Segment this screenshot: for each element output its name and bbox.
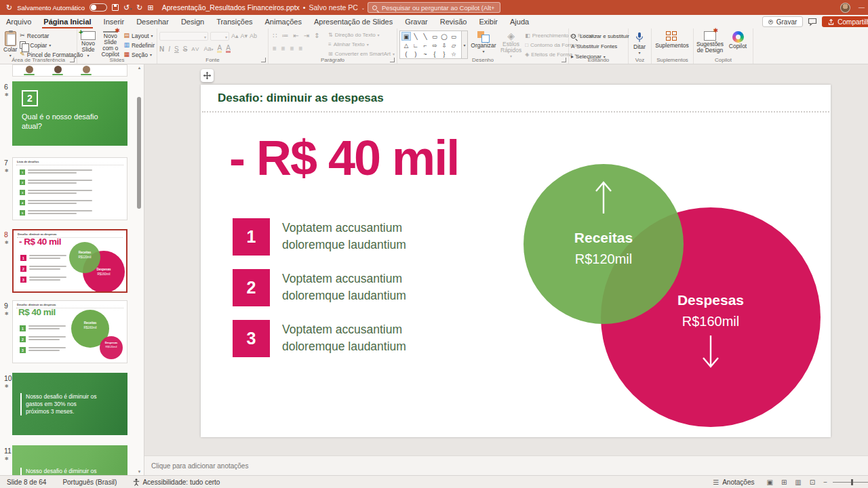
record-button[interactable]: Gravar [762, 16, 804, 27]
clear-formatting-icon[interactable]: Ab [250, 33, 257, 39]
character-spacing-button[interactable]: AV [191, 46, 199, 52]
dialog-launcher-icon[interactable] [390, 58, 395, 62]
save-icon[interactable] [112, 4, 119, 11]
indent-icon[interactable]: ⇥ [304, 32, 309, 39]
tab-animacoes[interactable]: Animações [259, 15, 308, 28]
comments-button[interactable] [808, 18, 817, 26]
shapes-gallery[interactable]: ▣ ╲ ╲ ▭ ◯ ▭ △ ∟ ⌐ ⇨ ⇩ ▱ ( ) ~ [399, 30, 468, 59]
rectangle-shape-icon[interactable]: ▭ [430, 32, 439, 41]
design-ideas-button[interactable]: ✱ Sugestões de Design [696, 30, 724, 58]
elbow-shape-icon[interactable]: ∟ [411, 41, 420, 49]
align-center-icon[interactable]: ≡ [281, 45, 285, 52]
slide-canvas[interactable]: Desafio: diminuir as despesas - R$ 40 mi… [201, 85, 831, 437]
notes-toggle[interactable]: ☰ Anotações [713, 479, 754, 486]
dictate-button[interactable]: Ditar▾ [631, 30, 648, 58]
text-direction-button[interactable]: ⇅Direção do Texto▾ [328, 30, 395, 39]
tab-ajuda[interactable]: Ajuda [504, 15, 535, 28]
thumbnail-slide-11[interactable]: Nosso desafio é diminuir os gastos em 30… [12, 445, 127, 475]
scrollbar-thumb[interactable] [137, 97, 141, 209]
thumbnail-slide-9[interactable]: Desafio: diminuir as despesas R$ 40 mil … [12, 300, 127, 363]
share-button[interactable]: Compartilhamento [822, 16, 868, 27]
numbered-item-2[interactable]: 2 Voptatem accusantiumdoloremque laudant… [233, 269, 406, 306]
quick-styles-button[interactable]: ◈ Estilos Rápidos▾ [499, 30, 523, 58]
font-color-button[interactable]: A [226, 45, 231, 53]
underline-button[interactable]: S [174, 45, 179, 53]
down-arrow-shape-icon[interactable]: ⇩ [439, 41, 449, 49]
notes-pane[interactable]: Clique para adicionar anotações [144, 455, 868, 475]
tab-exibir[interactable]: Exibir [473, 15, 505, 28]
redo-button[interactable]: ↻ [136, 4, 142, 12]
view-slide-sorter-button[interactable]: ⊞ [781, 479, 787, 486]
parallelogram-shape-icon[interactable]: ▱ [449, 41, 458, 49]
tab-arquivo[interactable]: Arquivo [0, 15, 37, 28]
arrange-button[interactable]: Organizar▾ [470, 30, 497, 58]
numbered-item-1[interactable]: 1 Voptatem accusantiumdoloremque laudant… [233, 218, 406, 256]
thumbnail-slide-7[interactable]: Lista de desafios 1 2 3 4 5 [12, 157, 127, 220]
thumbnail-slide-5[interactable] [12, 64, 127, 77]
dialog-launcher-icon[interactable] [561, 58, 566, 62]
justify-icon[interactable]: ≡ [299, 45, 303, 52]
slideshow-grid-icon[interactable]: ⊞ [147, 4, 153, 12]
accessibility-checker[interactable]: Acessibilidade: tudo certo [133, 479, 220, 486]
thumbnail-slide-6[interactable]: 2 Qual é o nosso desafio atual? [12, 81, 127, 146]
slide-count[interactable]: Slide 8 de 64 [7, 479, 46, 486]
highlight-color-button[interactable]: A [217, 45, 222, 53]
align-left-icon[interactable]: ≡ [273, 45, 277, 52]
line-spacing-icon[interactable]: ⇕ [314, 32, 319, 39]
zoom-slider[interactable] [833, 482, 868, 483]
change-case-button[interactable]: Aa▾ [203, 45, 213, 52]
align-right-icon[interactable]: ≡ [290, 45, 294, 52]
tab-transicoes[interactable]: Transições [210, 15, 258, 28]
curve-shape-icon[interactable]: ⌐ [420, 41, 430, 49]
triangle-shape-icon[interactable]: △ [401, 41, 411, 49]
tab-design[interactable]: Design [175, 15, 210, 28]
scroll-up-icon[interactable]: ▲ [136, 66, 143, 70]
search-box[interactable] [368, 2, 500, 13]
copilot-button[interactable]: Copilot [726, 30, 750, 58]
tab-inserir[interactable]: Inserir [98, 15, 131, 28]
tab-pagina-inicial[interactable]: Página Inicial [37, 15, 97, 28]
tab-desenhar[interactable]: Desenhar [130, 15, 175, 28]
zoom-out-button[interactable]: − [823, 479, 827, 486]
text-box-shape-icon[interactable]: ▣ [401, 32, 411, 41]
shrink-font-icon[interactable]: A▾ [241, 33, 248, 39]
numbering-icon[interactable]: ≔ [281, 32, 288, 39]
tab-revisao[interactable]: Revisão [434, 15, 473, 28]
dialog-launcher-icon[interactable] [261, 58, 266, 62]
bold-button[interactable]: N [159, 45, 164, 53]
shapes-more-button[interactable]: ▾ [462, 30, 468, 59]
addins-button[interactable]: Suplementos [654, 30, 690, 58]
bullets-icon[interactable]: ∷ [273, 32, 277, 39]
zoom-slider-thumb[interactable] [851, 479, 853, 485]
autosave-toggle[interactable] [90, 3, 107, 12]
strikethrough-button[interactable]: S [183, 45, 188, 53]
font-size-combo[interactable]: ▾ [210, 32, 229, 41]
thumbnail-scrollbar[interactable]: ▲ ▼ [136, 64, 143, 475]
language-selector[interactable]: Português (Brasil) [62, 479, 117, 486]
grow-font-icon[interactable]: A▴ [231, 33, 239, 39]
thumbnail-slide-10[interactable]: Nosso desafio é diminuir os gastos em 30… [12, 373, 127, 435]
oval-shape-icon[interactable]: ◯ [439, 32, 449, 41]
canvas-object-button[interactable] [201, 69, 214, 82]
tab-gravar[interactable]: Gravar [399, 15, 434, 28]
outdent-icon[interactable]: ⇤ [293, 32, 298, 39]
replace-fonts-button[interactable]: ASubstituir Fontes [571, 42, 626, 51]
find-replace-button[interactable]: Localizar e substituir [571, 32, 626, 41]
arrow-shape-icon[interactable]: ╲ [420, 32, 430, 41]
view-reading-button[interactable]: ▥ [795, 479, 801, 486]
minimize-button[interactable]: — [859, 4, 865, 11]
line-shape-icon[interactable]: ╲ [411, 32, 420, 41]
view-normal-button[interactable]: ▣ [766, 479, 772, 486]
layout-button[interactable]: ▤Layout▾ [123, 31, 155, 40]
italic-button[interactable]: I [168, 45, 170, 53]
new-slide-copilot-button[interactable]: ✱ Novo Slide com o Copilot [98, 30, 122, 58]
thumbnail-slide-8-selected[interactable]: Desafio: diminuir as despesas - R$ 40 mi… [12, 229, 127, 293]
tab-apresentacao-de-slides[interactable]: Apresentação de Slides [308, 15, 399, 28]
align-text-button[interactable]: ≡Alinhar Texto▾ [328, 40, 395, 49]
font-name-combo[interactable]: ▾ [159, 32, 208, 41]
scroll-down-icon[interactable]: ▼ [136, 470, 143, 474]
paste-button[interactable]: Colar▾ [2, 30, 18, 58]
copy-button[interactable]: Copiar▾ [20, 41, 83, 49]
undo-button[interactable]: ↺▾ [123, 4, 132, 12]
new-slide-button[interactable]: + Novo Slide▾ [79, 30, 97, 58]
